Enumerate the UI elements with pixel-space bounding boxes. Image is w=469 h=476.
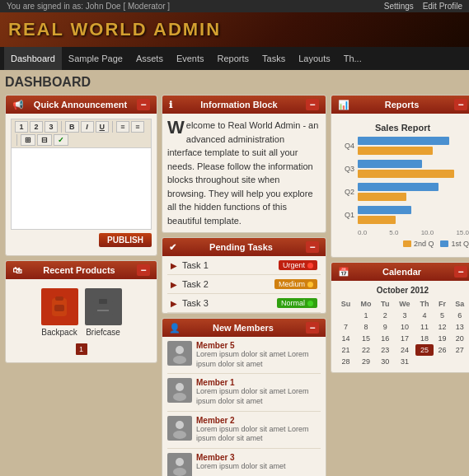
cal-day	[336, 310, 355, 321]
nav-item-reports[interactable]: Reports	[211, 47, 256, 70]
member-info: Member 1 Lorem ipsum dolor sit amet Lore…	[196, 378, 321, 406]
recent-products-header: 🛍 Recent Products −	[6, 261, 157, 279]
edit-profile-link[interactable]: Edit Profile	[423, 2, 462, 11]
bar-blue	[358, 137, 449, 145]
reports-toggle[interactable]: −	[454, 99, 467, 110]
cal-day[interactable]: 25	[415, 344, 434, 356]
product-item[interactable]: Briefcase	[85, 288, 122, 337]
chart-bars	[358, 160, 469, 178]
editor-btn-3[interactable]: 3	[45, 121, 58, 133]
cal-day[interactable]: 19	[434, 333, 451, 344]
task-item[interactable]: ▶ Task 3 Normal	[167, 294, 321, 313]
product-image	[85, 288, 122, 325]
cal-day[interactable]: 10	[394, 321, 415, 333]
information-block-toggle[interactable]: −	[306, 99, 319, 110]
cal-day[interactable]: 2	[377, 310, 394, 321]
svg-rect-1	[55, 296, 63, 301]
recent-products-toggle[interactable]: −	[137, 264, 150, 276]
cal-day[interactable]: 23	[377, 344, 394, 356]
cal-day[interactable]: 15	[355, 333, 377, 344]
product-pagination: 1	[11, 341, 152, 357]
cal-day[interactable]: 26	[434, 344, 451, 356]
cal-day[interactable]: 31	[394, 356, 415, 367]
editor-btn-ol[interactable]: ≡	[131, 121, 144, 133]
cal-day[interactable]: 11	[415, 321, 434, 333]
nav-item-layouts[interactable]: Layouts	[292, 47, 337, 70]
chart-bars	[358, 183, 469, 201]
cal-day[interactable]: 7	[336, 321, 355, 333]
recent-products-title: Recent Products	[43, 265, 115, 275]
cal-day[interactable]: 3	[394, 310, 415, 321]
logo-area: REAL WORLD ADMIN	[0, 12, 469, 47]
member-name[interactable]: Member 2	[196, 416, 321, 425]
editor-btn-1[interactable]: 1	[15, 121, 28, 133]
member-name[interactable]: Member 3	[196, 453, 321, 462]
cal-day[interactable]: 16	[377, 333, 394, 344]
bar-blue	[358, 183, 439, 191]
reports-icon: 📊	[338, 100, 349, 110]
task-item[interactable]: ▶ Task 2 Medium	[167, 275, 321, 294]
new-members-toggle[interactable]: −	[306, 322, 319, 334]
top-actions: Settings Edit Profile	[378, 2, 462, 11]
editor-btn-bold[interactable]: B	[65, 121, 79, 133]
nav-item-sample-page[interactable]: Sample Page	[62, 47, 129, 70]
calendar-toggle[interactable]: −	[454, 266, 467, 278]
cal-day[interactable]: 22	[355, 344, 377, 356]
cal-day[interactable]: 17	[394, 333, 415, 344]
cal-day[interactable]: 5	[434, 310, 451, 321]
cal-day[interactable]: 12	[434, 321, 451, 333]
editor-area[interactable]	[11, 147, 152, 230]
editor-btn-italic[interactable]: I	[81, 121, 94, 133]
cal-day[interactable]: 30	[377, 356, 394, 367]
task-item[interactable]: ▶ Task 1 Urgent	[167, 256, 321, 275]
settings-link[interactable]: Settings	[384, 2, 414, 11]
editor-btn-link[interactable]: ⊟	[37, 134, 52, 146]
nav-item-tasks[interactable]: Tasks	[256, 47, 292, 70]
cal-day[interactable]: 14	[336, 333, 355, 344]
nav-item-assets[interactable]: Assets	[129, 47, 170, 70]
cal-day[interactable]: 29	[355, 356, 377, 367]
editor-btn-ul[interactable]: ≡	[116, 121, 129, 133]
editor-toolbar: 1 2 3 B I U ≡ ≡ ⊞ ⊟ ✓	[11, 119, 152, 147]
chart-legend: 2nd Q 1st Q	[336, 240, 469, 248]
quick-announcement-toggle[interactable]: −	[137, 99, 150, 110]
member-name[interactable]: Member 5	[196, 341, 321, 350]
chart-quarter-label: Q2	[336, 188, 354, 196]
cal-day[interactable]: 18	[415, 333, 434, 344]
cal-day[interactable]: 28	[336, 356, 355, 367]
member-name[interactable]: Member 1	[196, 378, 321, 387]
cal-day[interactable]: 21	[336, 344, 355, 356]
svg-point-13	[176, 421, 184, 429]
editor-btn-img[interactable]: ⊞	[21, 134, 35, 146]
cal-day[interactable]: 4	[415, 310, 434, 321]
cal-day[interactable]: 24	[394, 344, 415, 356]
editor-btn-check[interactable]: ✓	[54, 134, 68, 146]
quick-announcement-header: 📢 Quick Announcement −	[6, 96, 157, 114]
recent-products-icon: 🛍	[12, 265, 21, 275]
cal-day[interactable]: 9	[377, 321, 394, 333]
cal-day[interactable]: 13	[451, 321, 469, 333]
nav-item-events[interactable]: Events	[170, 47, 211, 70]
editor-btn-2[interactable]: 2	[30, 121, 43, 133]
cal-day[interactable]: 27	[451, 344, 469, 356]
task-arrow: ▶	[171, 261, 177, 270]
product-item[interactable]: Backpack	[41, 288, 78, 337]
task-name: Task 3	[182, 298, 277, 308]
nav-item-dashboard[interactable]: Dashboard	[4, 47, 62, 70]
task-arrow: ▶	[171, 280, 177, 289]
nav-item-th...[interactable]: Th...	[337, 47, 368, 70]
chart-row: Q3	[336, 160, 469, 178]
svg-point-17	[173, 468, 186, 476]
svg-point-14	[173, 431, 186, 439]
cal-day[interactable]: 6	[451, 310, 469, 321]
editor-sep-3	[16, 134, 17, 146]
editor-btn-underline[interactable]: U	[96, 121, 110, 133]
cal-day[interactable]: 1	[355, 310, 377, 321]
cal-day[interactable]: 20	[451, 333, 469, 344]
pending-tasks-toggle[interactable]: −	[306, 241, 319, 253]
chart-quarter-label: Q4	[336, 142, 354, 150]
new-members-body: Member 5 Lorem ipsum dolor sit amet Lore…	[162, 337, 326, 476]
cal-day[interactable]: 8	[355, 321, 377, 333]
prev-page-btn[interactable]: 1	[76, 343, 87, 355]
publish-button[interactable]: PUBLISH	[99, 233, 152, 247]
